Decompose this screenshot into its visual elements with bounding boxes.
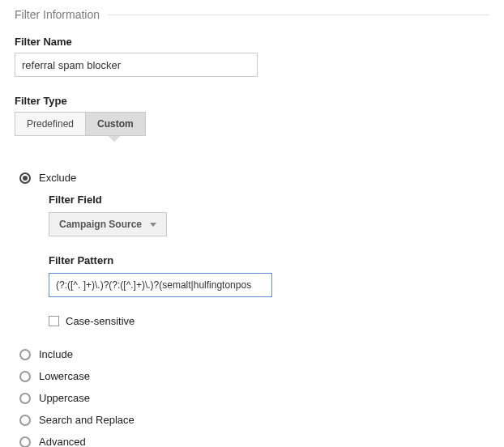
filter-field-select[interactable]: Campaign Source: [49, 212, 167, 236]
radio-include[interactable]: [19, 349, 31, 360]
radio-exclude[interactable]: [19, 172, 31, 184]
radio-search-replace[interactable]: [19, 415, 31, 426]
caret-down-icon: [150, 223, 156, 227]
filter-field-label: Filter Field: [49, 194, 489, 206]
filter-type-group: Filter Type Predefined Custom: [15, 95, 489, 154]
case-sensitive-label: Case-sensitive: [66, 315, 135, 327]
case-sensitive-row[interactable]: Case-sensitive: [49, 315, 489, 327]
mode-exclude-row[interactable]: Exclude: [19, 172, 489, 184]
radio-advanced-label: Advanced: [39, 436, 86, 447]
filter-pattern-input[interactable]: [49, 273, 272, 297]
radio-advanced[interactable]: [19, 436, 31, 448]
filter-type-label: Filter Type: [15, 95, 489, 107]
tab-active-arrow-icon: [109, 136, 120, 142]
radio-uppercase-label: Uppercase: [39, 392, 90, 404]
mode-search-replace-row[interactable]: Search and Replace: [19, 414, 489, 426]
filter-pattern-label: Filter Pattern: [49, 254, 489, 266]
radio-include-label: Include: [39, 348, 73, 360]
mode-lowercase-row[interactable]: Lowercase: [19, 370, 489, 382]
filter-name-label: Filter Name: [15, 36, 489, 48]
section-rule: [108, 15, 489, 15]
mode-include-row[interactable]: Include: [19, 348, 489, 360]
filter-name-group: Filter Name: [15, 36, 489, 77]
radio-search-replace-label: Search and Replace: [39, 414, 135, 426]
mode-advanced-row[interactable]: Advanced: [19, 436, 489, 447]
radio-exclude-label: Exclude: [39, 172, 76, 184]
exclude-settings: Filter Field Campaign Source Filter Patt…: [49, 194, 489, 327]
case-sensitive-checkbox[interactable]: [49, 316, 59, 326]
tab-predefined[interactable]: Predefined: [15, 112, 86, 136]
filter-name-input[interactable]: [15, 53, 258, 77]
radio-uppercase[interactable]: [19, 393, 31, 404]
filter-field-value: Campaign Source: [59, 219, 142, 230]
section-title: Filter Information: [15, 8, 108, 21]
filter-type-tabs: Predefined Custom: [15, 112, 146, 136]
mode-radio-list: Include Lowercase Uppercase Search and R…: [19, 348, 489, 447]
mode-uppercase-row[interactable]: Uppercase: [19, 392, 489, 404]
tab-custom[interactable]: Custom: [86, 112, 146, 136]
section-header: Filter Information: [15, 8, 489, 21]
radio-lowercase[interactable]: [19, 371, 31, 382]
radio-lowercase-label: Lowercase: [39, 370, 90, 382]
